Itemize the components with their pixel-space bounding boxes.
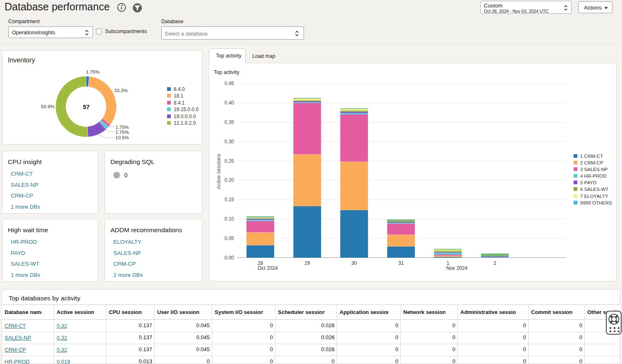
svg-text:0.20: 0.20 <box>225 177 234 183</box>
svg-text:Nov 2024: Nov 2024 <box>446 265 468 271</box>
svg-text:0.45: 0.45 <box>225 81 234 86</box>
svg-text:31: 31 <box>398 260 404 266</box>
svg-text:Active sessions: Active sessions <box>216 154 222 189</box>
svg-text:30: 30 <box>352 260 357 266</box>
svg-text:29: 29 <box>304 260 310 266</box>
svg-text:0.25: 0.25 <box>225 158 234 164</box>
svg-text:0.35: 0.35 <box>225 119 234 125</box>
svg-text:0.30: 0.30 <box>225 139 234 145</box>
svg-text:0.40: 0.40 <box>225 100 234 106</box>
svg-text:2: 2 <box>493 260 496 266</box>
svg-text:0.10: 0.10 <box>225 216 234 222</box>
svg-text:Oct 2024: Oct 2024 <box>258 265 278 271</box>
svg-text:0.00: 0.00 <box>225 255 234 261</box>
svg-text:0.15: 0.15 <box>225 197 234 202</box>
svg-text:0.05: 0.05 <box>225 236 234 241</box>
